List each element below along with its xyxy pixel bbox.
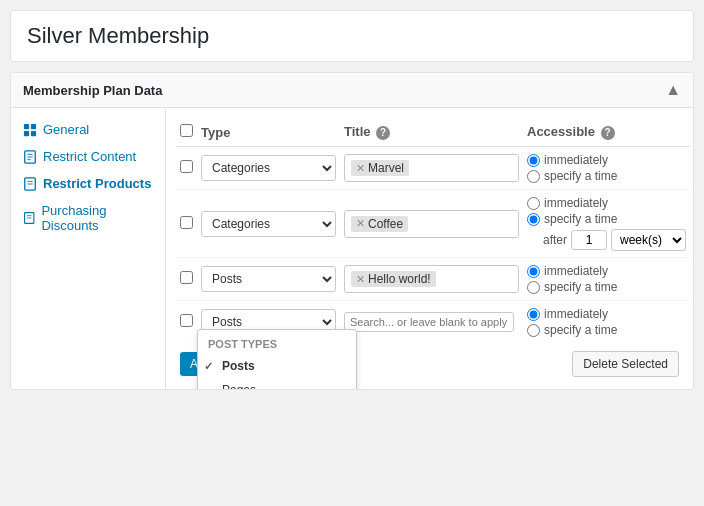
row3-tag: ✕ Hello world! <box>351 271 436 287</box>
row1-tag-input[interactable]: ✕ Marvel <box>344 154 519 182</box>
table-row: Categories Posts Pages Tags ✕ <box>176 190 690 258</box>
row2-week-select[interactable]: week(s) day(s) month(s) <box>611 229 686 251</box>
row4-checkbox[interactable] <box>180 314 193 327</box>
table-row: Posts Categories Pages Tags Post types <box>176 301 690 344</box>
row4-immediately-option[interactable]: immediately <box>527 307 686 321</box>
page-icon-1 <box>23 150 37 164</box>
col-title-header: Title ? <box>340 118 523 147</box>
svg-rect-0 <box>24 123 29 128</box>
row4-accessible-group: immediately specify a time <box>527 307 686 337</box>
page-icon-2 <box>23 177 37 191</box>
svg-rect-1 <box>31 123 36 128</box>
grid-icon <box>23 123 37 137</box>
row1-tag-remove[interactable]: ✕ <box>356 162 365 175</box>
row4-specify-radio[interactable] <box>527 324 540 337</box>
meta-box-body: General Restrict Content Restrict Produc… <box>11 108 693 389</box>
sidebar-item-restrict-products[interactable]: Restrict Products <box>11 170 165 197</box>
page-title: Silver Membership <box>10 10 694 62</box>
check-icon: ✓ <box>204 360 216 373</box>
row1-immediately-radio[interactable] <box>527 154 540 167</box>
row1-tag: ✕ Marvel <box>351 160 409 176</box>
row3-checkbox[interactable] <box>180 271 193 284</box>
meta-box-toggle[interactable]: ▲ <box>665 81 681 99</box>
page-icon-3 <box>23 211 35 225</box>
row3-type-select[interactable]: Posts Categories Pages Tags <box>201 266 336 292</box>
row4-search-input[interactable] <box>344 312 514 332</box>
meta-box-header: Membership Plan Data ▲ <box>11 73 693 108</box>
sidebar-item-restrict-content[interactable]: Restrict Content <box>11 143 165 170</box>
sidebar-label-restrict-content: Restrict Content <box>43 149 136 164</box>
row1-specify-radio[interactable] <box>527 170 540 183</box>
sidebar-label-restrict-products: Restrict Products <box>43 176 151 191</box>
row1-checkbox[interactable] <box>180 160 193 173</box>
table-row: Posts Categories Pages Tags ✕ <box>176 258 690 301</box>
col-accessible-header: Accessible ? <box>523 118 690 147</box>
row2-immediately-option[interactable]: immediately <box>527 196 686 210</box>
svg-rect-2 <box>24 130 29 135</box>
row4-specify-option[interactable]: specify a time <box>527 323 686 337</box>
row1-accessible-group: immediately specify a time <box>527 153 686 183</box>
accessible-help-icon[interactable]: ? <box>601 126 615 140</box>
row2-immediately-radio[interactable] <box>527 197 540 210</box>
sidebar-label-general: General <box>43 122 89 137</box>
row4-immediately-radio[interactable] <box>527 308 540 321</box>
rules-table: Type Title ? Accessible ? <box>176 118 690 343</box>
row2-tag-remove[interactable]: ✕ <box>356 217 365 230</box>
row2-specify-radio[interactable] <box>527 213 540 226</box>
row3-tag-remove[interactable]: ✕ <box>356 273 365 286</box>
row2-tag: ✕ Coffee <box>351 216 408 232</box>
table-row: Categories Posts Pages Tags ✕ <box>176 147 690 190</box>
row2-checkbox[interactable] <box>180 216 193 229</box>
row2-tag-input[interactable]: ✕ Coffee <box>344 210 519 238</box>
sidebar-item-general[interactable]: General <box>11 116 165 143</box>
row3-tag-input[interactable]: ✕ Hello world! <box>344 265 519 293</box>
select-all-checkbox[interactable] <box>180 124 193 137</box>
svg-rect-3 <box>31 130 36 135</box>
row3-immediately-radio[interactable] <box>527 265 540 278</box>
meta-box: Membership Plan Data ▲ General Restrict … <box>10 72 694 390</box>
row3-specify-option[interactable]: specify a time <box>527 280 686 294</box>
row2-type-select[interactable]: Categories Posts Pages Tags <box>201 211 336 237</box>
delete-selected-button[interactable]: Delete Selected <box>572 351 679 377</box>
row2-specify-option[interactable]: specify a time <box>527 212 686 226</box>
row3-specify-radio[interactable] <box>527 281 540 294</box>
dropdown-item-pages[interactable]: Pages <box>198 378 356 389</box>
dropdown-menu: Post types ✓ Posts Pages <box>197 329 357 389</box>
row2-time-sub: after week(s) day(s) month(s) <box>543 229 686 251</box>
row1-type-select[interactable]: Categories Posts Pages Tags <box>201 155 336 181</box>
page-wrapper: Silver Membership Membership Plan Data ▲… <box>0 0 704 506</box>
row3-immediately-option[interactable]: immediately <box>527 264 686 278</box>
col-type-header: Type <box>197 118 340 147</box>
sidebar-item-purchasing-discounts[interactable]: Purchasing Discounts <box>11 197 165 239</box>
row3-accessible-group: immediately specify a time <box>527 264 686 294</box>
row1-immediately-option[interactable]: immediately <box>527 153 686 167</box>
sidebar: General Restrict Content Restrict Produc… <box>11 108 166 389</box>
title-help-icon[interactable]: ? <box>376 126 390 140</box>
row2-time-input[interactable] <box>571 230 607 250</box>
dropdown-group-post-types: Post types <box>198 334 356 354</box>
dropdown-item-posts[interactable]: ✓ Posts <box>198 354 356 378</box>
sidebar-label-purchasing-discounts: Purchasing Discounts <box>41 203 153 233</box>
content-area: Type Title ? Accessible ? <box>166 108 693 389</box>
row2-accessible-group: immediately specify a time <box>527 196 686 226</box>
meta-box-title: Membership Plan Data <box>23 83 162 98</box>
row1-specify-option[interactable]: specify a time <box>527 169 686 183</box>
